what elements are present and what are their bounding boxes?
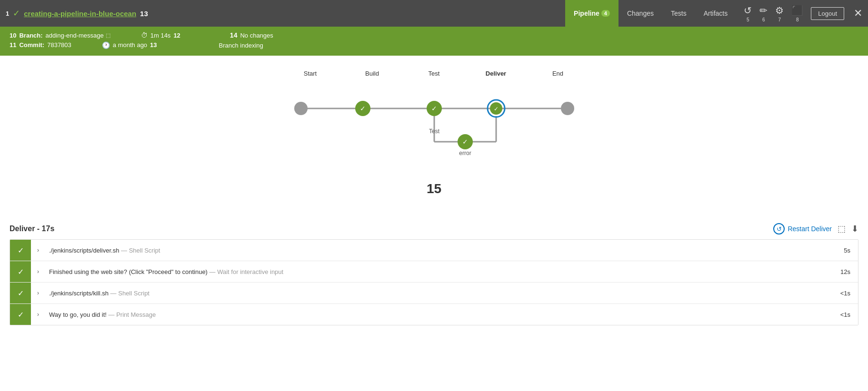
branch-row: 10 Branch: adding-end-message ⬚ ⏱ 1m 14s… (10, 31, 858, 39)
stage-label-end: End (544, 70, 572, 77)
logout-button[interactable]: Logout (811, 7, 844, 20)
error-sub-label: error (459, 150, 471, 156)
pipeline-build-number: 15 (277, 181, 591, 196)
edit-button[interactable]: ✏ 6 (759, 5, 768, 22)
step-expand-2[interactable]: › (31, 268, 45, 275)
run-number: 13 (140, 10, 148, 18)
edit-icon: ✏ (759, 5, 768, 16)
pipeline-diagram: Start Build Test Deliver End ✓ ✓ (277, 70, 591, 201)
duration-value: 1m 14s (150, 32, 171, 39)
table-row: ✓ › ./jenkins/scripts/deliver.sh — Shell… (10, 240, 858, 261)
branch-info: 10 Branch: adding-end-message ⬚ (10, 32, 110, 39)
deliver-title: Deliver - 17s (10, 225, 54, 233)
build-num-label: 1 (6, 10, 9, 17)
refresh-icon: ↺ (744, 5, 752, 16)
commit-row: 11 Commit: 7837803 🕐 a month ago 13 Bran… (10, 41, 858, 49)
tab-tests[interactable]: Tests (662, 0, 695, 27)
deliver-section: Deliver - 17s ↺ Restart Deliver ⬚ ⬇ ✓ › … (0, 215, 868, 325)
stage-label-test: Test (420, 70, 449, 77)
step-status-2: ✓ (10, 261, 31, 282)
changes-label: No changes (240, 32, 273, 39)
svg-text:✓: ✓ (462, 138, 468, 146)
step-name-2: Finished using the web site? (Click "Pro… (45, 268, 829, 275)
close-icon: ✕ (854, 7, 862, 19)
open-external-button[interactable]: ⬚ (838, 224, 846, 234)
commit-num: 11 (10, 41, 16, 49)
deliver-actions: ↺ Restart Deliver ⬚ ⬇ (773, 223, 858, 235)
nav-icons: ↺ 5 ✏ 6 ⚙ 7 ⬛ 8 Logout ✕ (744, 5, 862, 22)
step-list: ✓ › ./jenkins/scripts/deliver.sh — Shell… (10, 239, 858, 325)
build-info: 1 ✓ creating-a-pipeline-in-blue-ocean 13 (6, 8, 561, 19)
step-name-3: ./jenkins/scripts/kill.sh — Shell Script (45, 290, 829, 297)
duration-num: 12 (173, 32, 180, 39)
nav-tabs: Pipeline 4 Changes Tests Artifacts (565, 0, 736, 27)
branch-label: Branch: (19, 32, 42, 39)
branch-indexing-section: Branch indexing (207, 41, 263, 49)
time-ago-value: a month ago (113, 41, 147, 49)
tab-artifacts[interactable]: Artifacts (695, 0, 737, 27)
pipeline-link[interactable]: creating-a-pipeline-in-blue-ocean (24, 10, 136, 18)
time-ago-section: 🕐 a month ago 13 (102, 41, 157, 49)
svg-text:✓: ✓ (494, 106, 499, 112)
tab-changes[interactable]: Changes (619, 0, 662, 27)
settings-button[interactable]: ⚙ 7 (775, 5, 784, 22)
start-node[interactable] (294, 102, 308, 115)
commit-value: 7837803 (47, 41, 71, 49)
restart-deliver-button[interactable]: ↺ Restart Deliver (773, 223, 832, 235)
table-row: ✓ › Finished using the web site? (Click … (10, 261, 858, 283)
step-check-icon-3: ✓ (18, 289, 24, 298)
step-expand-1[interactable]: › (31, 247, 45, 254)
svg-text:✓: ✓ (360, 105, 366, 112)
step-status-4: ✓ (10, 304, 31, 325)
step-duration-1: 5s (829, 247, 858, 254)
time-num: 13 (150, 41, 157, 49)
tab-pipeline[interactable]: Pipeline 4 (565, 0, 619, 27)
end-node[interactable] (561, 102, 574, 115)
step-duration-3: <1s (829, 290, 858, 297)
duration-icon: ⏱ (141, 31, 148, 39)
branch-indexing-label: Branch indexing (219, 42, 263, 49)
test-sub-label: Test (429, 128, 439, 135)
step-name-4: Way to go, you did it! — Print Message (45, 311, 829, 318)
step-status-1: ✓ (10, 240, 31, 261)
step-name-1: ./jenkins/scripts/deliver.sh — Shell Scr… (45, 247, 829, 254)
branch-num: 10 (10, 32, 16, 39)
changes-section: 14 No changes (230, 31, 273, 39)
step-expand-4[interactable]: › (31, 311, 45, 318)
step-duration-4: <1s (829, 311, 858, 318)
commit-label: Commit: (19, 41, 44, 49)
svg-text:✓: ✓ (431, 105, 437, 112)
changes-num: 14 No changes (230, 31, 273, 39)
step-check-icon-1: ✓ (18, 246, 24, 255)
duration-section: ⏱ 1m 14s 12 (141, 31, 180, 39)
pipeline-svg: ✓ ✓ Test ✓ error ✓ (277, 80, 591, 175)
step-check-icon-4: ✓ (18, 310, 24, 319)
external-link-icon[interactable]: ⬚ (106, 32, 110, 39)
table-row: ✓ › Way to go, you did it! — Print Messa… (10, 304, 858, 325)
restart-icon: ↺ (773, 223, 785, 235)
step-expand-3[interactable]: › (31, 290, 45, 296)
branch-value: adding-end-message ⬚ (46, 32, 110, 39)
step-status-3: ✓ (10, 283, 31, 303)
download-icon: ⬇ (851, 224, 858, 234)
branch-bar: 10 Branch: adding-end-message ⬚ ⏱ 1m 14s… (0, 27, 868, 56)
table-row: ✓ › ./jenkins/scripts/kill.sh — Shell Sc… (10, 283, 858, 304)
close-button[interactable]: ✕ (854, 7, 862, 20)
open-external-icon: ⬚ (838, 224, 846, 234)
step-duration-2: 12s (829, 268, 858, 275)
stage-label-start: Start (296, 70, 325, 77)
top-nav: 1 ✓ creating-a-pipeline-in-blue-ocean 13… (0, 0, 868, 27)
commit-info: 11 Commit: 7837803 (10, 41, 71, 49)
stage-label-deliver: Deliver (482, 70, 510, 77)
build-check-icon: ✓ (13, 8, 20, 19)
settings-icon: ⚙ (775, 5, 784, 16)
deliver-header: Deliver - 17s ↺ Restart Deliver ⬚ ⬇ (10, 215, 858, 239)
stage-label-build: Build (358, 70, 387, 77)
pipeline-section: Start Build Test Deliver End ✓ ✓ (0, 56, 868, 211)
refresh-button[interactable]: ↺ 5 (744, 5, 752, 22)
clock-icon: 🕐 (102, 41, 110, 49)
download-button[interactable]: ⬇ (851, 224, 858, 234)
step-check-icon-2: ✓ (18, 267, 24, 276)
exit-button[interactable]: ⬛ 8 (791, 5, 803, 22)
exit-icon: ⬛ (791, 5, 803, 16)
